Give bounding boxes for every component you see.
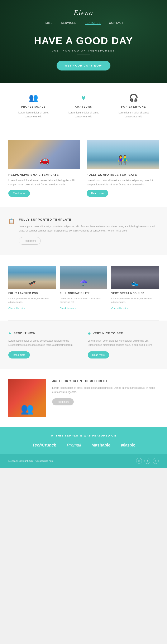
teal-section: ★ THIS TEMPLATE WAS FEATURED ON TechCrun… [0,427,167,454]
featured-logos: TechCrunch Promail Mashable atlaspix [8,443,159,448]
gray-section: 📋 FULLY SUPPORTED TEMPLATE Lorem ipsum d… [0,207,167,255]
professionals-icon: 👥 [13,94,54,102]
feature-title-professionals: PROFESIONALS [13,105,54,108]
nav-contact[interactable]: CONTACT [109,21,123,24]
three-col-text-psd: Lorem ipsum dolor sit amet, consectetur … [8,297,56,304]
main-nav: HOME SERVICES FEATURES CONTACT [0,21,167,24]
heart-icon: ♥ [63,94,104,102]
send-icon: ➤ [8,331,12,336]
umbrella-image [60,266,107,289]
check-link-modules[interactable]: Check this out > [111,307,128,310]
feature-title-everyone: FOR EVERYONE [113,105,154,108]
three-col-compat: FULL COMPATIBILITY Lorem ipsum dolor sit… [60,266,107,310]
read-more-compatible[interactable]: Read more [87,190,108,197]
featured-content: JUST FOR YOU ON THEMEFOREST Lorem ipsum … [52,379,159,406]
three-col-psd: FULLY LAYERED PSD Lorem ipsum dolor sit … [8,266,56,310]
three-col-modules: VERY GREAT MODULES Lorem ipsum dolor sit… [111,266,159,310]
three-col-title-compat: FULL COMPATIBILITY [60,292,107,295]
cta-button[interactable]: GET YOUR COPY NOW [57,61,110,70]
hero-title: HAVE A GOOD DAY [0,35,167,46]
feature-col-professionals: 👥 PROFESIONALS Lorem ipsum dolor sit ame… [8,94,58,119]
nice-read-more[interactable]: Read more [88,352,109,358]
cards-row: RESPONSIVE EMAIL TEMPLATE Lorem ipsum do… [8,140,159,197]
read-more-responsive[interactable]: Read more [8,190,30,197]
gray-content: FULLY SUPPORTED TEMPLATE Lorem ipsum dol… [19,218,159,245]
hero-section: Elena HOME SERVICES FEATURES CONTACT HAV… [0,0,167,83]
hero-subtitle: JUST FOR YOU ON THEMEFOREST [0,49,167,52]
nice-icon: ◆ [88,331,91,336]
teal-title-row: ★ THIS TEMPLATE WAS FEATURED ON [8,434,159,438]
email-wrapper: Elena HOME SERVICES FEATURES CONTACT HAV… [0,0,167,468]
nice-text: Lorem ipsum dolor sit amet, consectetur … [88,339,159,347]
featured-image [8,379,46,417]
skater-image [8,266,56,289]
card-text-compatible: Lorem ipsum dolor sit amet, consectetur … [87,178,159,186]
logo-promail: Promail [67,443,81,448]
three-col-title-psd: FULLY LAYERED PSD [8,292,56,295]
check-link-compat[interactable]: Check this out > [60,307,76,310]
nav-features[interactable]: FEATURES [85,21,101,24]
card-title-compatible: FULLY COMPATIBLE TEMPLATE [87,173,159,176]
nav-home[interactable]: HOME [44,21,53,24]
gray-section-text: Lorem ipsum dolor sit amet, consectetur … [19,224,159,233]
social-facebook[interactable]: f [144,458,150,464]
featured-title: JUST FOR YOU ON THEMEFOREST [52,379,159,383]
three-col-section: FULLY LAYERED PSD Lorem ipsum dolor sit … [0,255,167,320]
teal-section-title: THIS TEMPLATE WAS FEATURED ON [56,434,116,437]
three-col-text-modules: Lorem ipsum dolor sit amet, consectetur … [111,297,159,304]
features-section: 👥 PROFESIONALS Lorem ipsum dolor sit ame… [0,83,167,129]
send-text: Lorem ipsum dolor sit amet, consectetur … [8,339,79,347]
two-col-nice: ◆ VERY NICE TO SEE Lorem ipsum dolor sit… [88,331,159,358]
bottom-footer: Elenea © copyright 2013 · Unsubscribe he… [0,454,167,468]
card-compatible: FULLY COMPATIBLE TEMPLATE Lorem ipsum do… [87,140,159,197]
social-twitter[interactable]: t [153,458,159,464]
car-image [8,140,80,169]
headphones-icon: 🎧 [113,94,154,102]
card-image-couple [87,140,159,169]
feature-col-amateurs: ♥ AMATEURS Lorem ipsum dolor sit amet co… [58,94,109,119]
three-col-row: FULLY LAYERED PSD Lorem ipsum dolor sit … [8,266,159,310]
cards-section: RESPONSIVE EMAIL TEMPLATE Lorem ipsum do… [0,129,167,207]
featured-button[interactable]: Read more [52,398,74,406]
featured-text: Lorem ipsum dolor sit amet, consectetur … [52,386,159,394]
two-col-icon-section: ➤ SEND IT NOW Lorem ipsum dolor sit amet… [0,320,167,369]
star-icon: ★ [51,434,54,438]
shoes-image [111,266,159,289]
card-title-responsive: RESPONSIVE EMAIL TEMPLATE [8,173,80,176]
feature-col-everyone: 🎧 FOR EVERYONE Lorem ipsum dolor sit ame… [109,94,159,119]
social-links: g+ f t [136,458,159,464]
check-link-psd[interactable]: Check this out > [8,307,25,310]
card-text-responsive: Lorem ipsum dolor sit amet, consectetur … [8,178,80,186]
logo-mashable: Mashable [91,443,110,448]
three-col-title-modules: VERY GREAT MODULES [111,292,159,295]
brand-name: Elena [0,8,167,17]
feature-text-everyone: Lorem ipsum dolor sit amet consectetur e… [113,111,154,119]
couple-image [87,140,159,169]
send-read-more[interactable]: Read more [8,352,30,358]
social-googleplus[interactable]: g+ [136,458,142,464]
feature-text-amateurs: Lorem ipsum dolor sit amet consectetur e… [63,111,104,119]
gray-read-more[interactable]: Read more [19,237,41,245]
nice-title: VERY NICE TO SEE [93,332,123,335]
nice-title-row: ◆ VERY NICE TO SEE [88,331,159,336]
feature-text-professionals: Lorem ipsum dolor sit amet consectetur e… [13,111,54,119]
logo-atlaspix: atlaspix [121,443,135,448]
card-responsive: RESPONSIVE EMAIL TEMPLATE Lorem ipsum do… [8,140,80,197]
gray-section-title: FULLY SUPPORTED TEMPLATE [19,218,159,221]
send-title-row: ➤ SEND IT NOW [8,331,79,336]
nav-services[interactable]: SERVICES [61,21,76,24]
send-title: SEND IT NOW [14,332,35,335]
two-col-send: ➤ SEND IT NOW Lorem ipsum dolor sit amet… [8,331,79,358]
hero-divider [77,54,90,54]
footer-copyright: Elenea © copyright 2013 · Unsubscribe he… [8,460,53,462]
logo-techcrunch: TechCrunch [32,443,56,448]
feature-title-amateurs: AMATEURS [63,105,104,108]
featured-section: JUST FOR YOU ON THEMEFOREST Lorem ipsum … [0,369,167,427]
two-col-icon-row: ➤ SEND IT NOW Lorem ipsum dolor sit amet… [8,331,159,358]
support-icon: 📋 [8,218,15,224]
card-image-car [8,140,80,169]
three-col-text-compat: Lorem ipsum dolor sit amet, consectetur … [60,297,107,304]
